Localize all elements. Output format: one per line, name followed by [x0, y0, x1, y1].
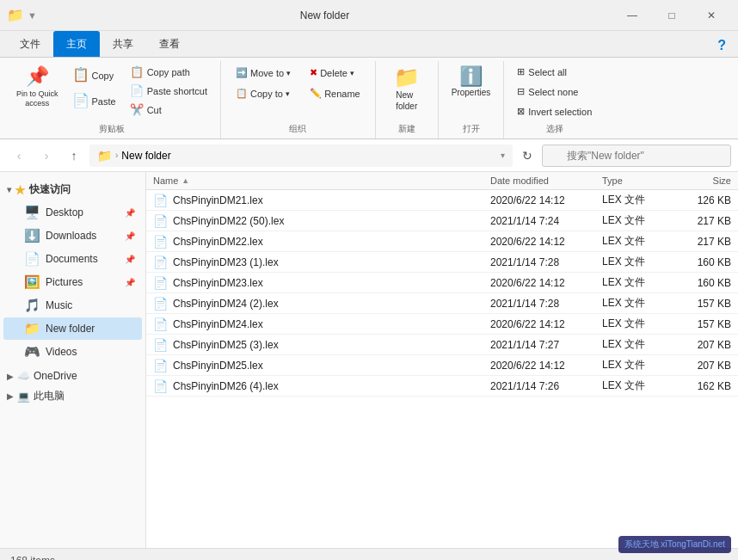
rename-button[interactable]: ✏️ Rename: [302, 83, 368, 103]
sidebar-item-music[interactable]: 🎵 Music: [3, 294, 142, 317]
expand-icon: ▾: [7, 185, 11, 194]
copy-icon: 📋: [72, 66, 89, 83]
title-bar: 📁 ▼ New folder — □ ✕: [0, 0, 738, 31]
file-type: LEX 文件: [602, 193, 671, 207]
sidebar-item-pictures[interactable]: 🖼️ Pictures 📌: [3, 271, 142, 293]
table-row[interactable]: 📄 ChsPinyinDM22 (50).lex 2021/1/14 7:24 …: [146, 211, 738, 231]
move-to-icon: ➡️: [236, 67, 248, 78]
sidebar: ▾ ★ 快速访问 🖥️ Desktop 📌 ⬇️ Downloads 📌 📄 D…: [0, 172, 146, 548]
select-none-button[interactable]: ⊟ Select none: [511, 83, 598, 101]
table-row[interactable]: 📄 ChsPinyinDM22.lex 2020/6/22 14:12 LEX …: [146, 231, 738, 252]
table-row[interactable]: 📄 ChsPinyinDM21.lex 2020/6/22 14:12 LEX …: [146, 190, 738, 211]
table-row[interactable]: 📄 ChsPinyinDM23 (1).lex 2021/1/14 7:28 L…: [146, 252, 738, 273]
column-size[interactable]: Size: [671, 175, 731, 186]
organize-content: ➡️ Move to ▾ 📋 Copy to ▾ ✖ Delete ▾ ✏️: [228, 61, 368, 120]
copy-button[interactable]: 📋 Copy: [68, 63, 120, 88]
move-copy-col: ➡️ Move to ▾ 📋 Copy to ▾: [228, 61, 298, 103]
copy-to-button[interactable]: 📋 Copy to ▾: [228, 83, 298, 103]
file-icon: 📄: [153, 214, 168, 228]
sidebar-item-desktop[interactable]: 🖥️ Desktop 📌: [3, 201, 142, 224]
search-input[interactable]: [542, 145, 731, 167]
forward-button[interactable]: ›: [34, 145, 58, 167]
select-buttons-col: ⊞ Select all ⊟ Select none ⊠ Invert sele…: [511, 61, 598, 120]
properties-button[interactable]: ℹ️ Properties: [446, 61, 497, 102]
file-icon: 📄: [153, 276, 168, 290]
onedrive-header[interactable]: ▶ ☁️ OneDrive: [0, 366, 145, 385]
table-row[interactable]: 📄 ChsPinyinDM25.lex 2020/6/22 14:12 LEX …: [146, 355, 738, 376]
copy-path-button[interactable]: 📋 Copy path: [124, 63, 213, 81]
item-count: 168 items: [10, 555, 55, 561]
quick-access-header[interactable]: ▾ ★ 快速访问: [0, 179, 145, 200]
this-pc-expand-icon: ▶: [7, 391, 14, 401]
search-wrapper: 🔍: [542, 145, 731, 167]
file-name: ChsPinyinDM22 (50).lex: [173, 215, 284, 227]
refresh-button[interactable]: ↻: [516, 145, 538, 167]
table-row[interactable]: 📄 ChsPinyinDM24.lex 2020/6/22 14:12 LEX …: [146, 314, 738, 335]
help-icon[interactable]: ?: [712, 34, 731, 57]
new-folder-button[interactable]: 📁 New folder: [383, 61, 431, 116]
table-row[interactable]: 📄 ChsPinyinDM26 (4).lex 2021/1/14 7:26 L…: [146, 376, 738, 397]
tab-share[interactable]: 共享: [100, 31, 146, 57]
tab-file[interactable]: 文件: [7, 31, 53, 57]
pin-to-quick-access-button[interactable]: 📌 Pin to Quickaccess: [10, 61, 65, 113]
delete-button[interactable]: ✖ Delete ▾: [302, 63, 368, 83]
close-button[interactable]: ✕: [692, 0, 731, 31]
new-folder-icon: 📁: [394, 65, 420, 89]
column-type[interactable]: Type: [602, 175, 671, 186]
file-name: ChsPinyinDM23.lex: [173, 277, 263, 289]
sidebar-item-new-folder[interactable]: 📁 New folder: [3, 317, 142, 340]
select-all-button[interactable]: ⊞ Select all: [511, 63, 598, 81]
minimize-button[interactable]: —: [612, 0, 652, 31]
file-name: ChsPinyinDM21.lex: [173, 194, 263, 206]
cut-button[interactable]: ✂️ Cut: [124, 101, 213, 119]
main-content: ▾ ★ 快速访问 🖥️ Desktop 📌 ⬇️ Downloads 📌 📄 D…: [0, 172, 738, 548]
this-pc-label: 此电脑: [34, 389, 65, 403]
tab-home[interactable]: 主页: [53, 31, 100, 57]
sidebar-item-videos[interactable]: 🎮 Videos: [3, 341, 142, 363]
file-icon: 📄: [153, 297, 168, 311]
file-type: LEX 文件: [602, 317, 671, 331]
sidebar-item-downloads[interactable]: ⬇️ Downloads 📌: [3, 225, 142, 247]
table-row[interactable]: 📄 ChsPinyinDM23.lex 2020/6/22 14:12 LEX …: [146, 273, 738, 293]
column-name[interactable]: Name ▲: [153, 175, 490, 186]
file-size: 162 KB: [671, 380, 731, 392]
file-name: ChsPinyinDM24.lex: [173, 318, 263, 330]
copy-paste-col: 📋 Copy 📄 Paste: [68, 61, 120, 114]
file-icon: 📄: [153, 359, 168, 372]
file-icon: 📄: [153, 194, 168, 207]
desktop-icon: 🖥️: [24, 205, 40, 220]
table-row[interactable]: 📄 ChsPinyinDM25 (3).lex 2021/1/14 7:27 L…: [146, 335, 738, 355]
paste-shortcut-button[interactable]: 📄 Paste shortcut: [124, 82, 213, 100]
maximize-button[interactable]: □: [652, 0, 692, 31]
file-name: ChsPinyinDM25.lex: [173, 360, 263, 372]
table-row[interactable]: 📄 ChsPinyinDM24 (2).lex 2021/1/14 7:28 L…: [146, 293, 738, 314]
back-button[interactable]: ‹: [7, 145, 31, 167]
paste-button[interactable]: 📄 Paste: [68, 89, 120, 114]
tab-view[interactable]: 查看: [146, 31, 193, 57]
file-size: 217 KB: [671, 236, 731, 248]
file-type: LEX 文件: [602, 358, 671, 372]
file-size: 157 KB: [671, 318, 731, 330]
sidebar-item-videos-label: Videos: [46, 346, 77, 358]
rename-icon: ✏️: [310, 88, 322, 99]
file-name: ChsPinyinDM24 (2).lex: [173, 298, 279, 310]
this-pc-header[interactable]: ▶ 💻 此电脑: [0, 385, 145, 407]
quick-access-label: 快速访问: [29, 182, 71, 197]
move-to-button[interactable]: ➡️ Move to ▾: [228, 63, 298, 83]
breadcrumb[interactable]: 📁 › New folder ▾: [89, 145, 513, 167]
column-date[interactable]: Date modified: [490, 175, 602, 186]
copy-path-col: 📋 Copy path 📄 Paste shortcut ✂️ Cut: [124, 61, 213, 119]
window-title: New folder: [37, 9, 612, 22]
file-rows-container: 📄 ChsPinyinDM21.lex 2020/6/22 14:12 LEX …: [146, 190, 738, 397]
file-name: ChsPinyinDM22.lex: [173, 236, 263, 248]
file-icon: 📄: [153, 338, 168, 352]
up-button[interactable]: ↑: [62, 145, 86, 167]
file-type: LEX 文件: [602, 255, 671, 269]
file-size: 160 KB: [671, 256, 731, 268]
invert-selection-button[interactable]: ⊠ Invert selection: [511, 102, 598, 120]
sidebar-item-documents[interactable]: 📄 Documents 📌: [3, 248, 142, 270]
select-all-icon: ⊞: [517, 66, 525, 77]
videos-icon: 🎮: [24, 344, 40, 360]
sidebar-item-music-label: Music: [46, 299, 72, 311]
clipboard-group: 📌 Pin to Quickaccess 📋 Copy 📄 Paste 📋 Co…: [3, 61, 221, 138]
